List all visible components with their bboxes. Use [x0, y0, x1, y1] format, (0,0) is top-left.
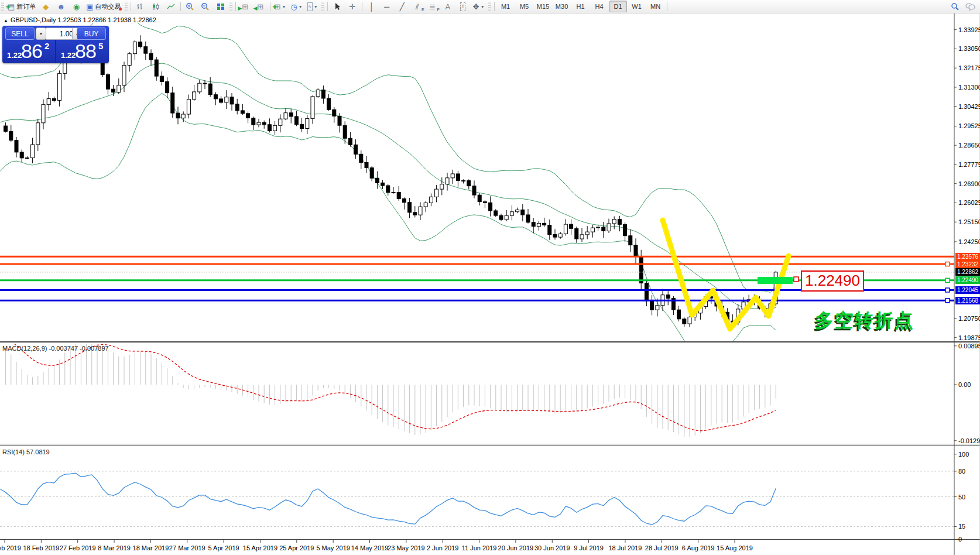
zoom-in-button[interactable] [183, 1, 197, 12]
svg-text:-0.012957: -0.012957 [958, 437, 980, 444]
text-tool-button[interactable]: A [441, 1, 455, 12]
chart-ohlc-title: ▲GBPUSD-,Daily 1.22503 1.22866 1.21938 1… [4, 16, 156, 23]
svg-text:18 Feb 2019: 18 Feb 2019 [23, 544, 59, 551]
timeframe-M1[interactable]: M1 [497, 1, 515, 12]
svg-text:30 Jun 2019: 30 Jun 2019 [534, 544, 570, 551]
timeframe-D1[interactable]: D1 [609, 1, 627, 12]
svg-text:1.31300: 1.31300 [958, 84, 980, 91]
svg-text:1.19875: 1.19875 [958, 334, 980, 341]
buy-button[interactable]: BUY [77, 28, 106, 40]
toolbar-grip[interactable] [1, 2, 4, 11]
new-order-button[interactable]: ▤✚ 新订单 [6, 1, 37, 12]
date-axis[interactable]: 8 Feb 201918 Feb 201927 Feb 20198 Mar 20… [0, 540, 753, 551]
tile-windows-button[interactable] [214, 1, 228, 12]
axis-label-1.23576: 1.23576 [955, 253, 980, 261]
trendline-tool-button[interactable]: ╱ [395, 1, 409, 12]
label-tool-button[interactable]: T [456, 1, 470, 12]
timeframe-bar: M1M5M15M30H1H4D1W1MN [496, 1, 665, 12]
chat-button[interactable] [963, 1, 977, 12]
crosshair-tool-button[interactable]: ✛ [345, 1, 359, 12]
timeframe-W1[interactable]: W1 [628, 1, 646, 12]
timeframe-MN[interactable]: MN [647, 1, 664, 12]
price-axis[interactable]: 1.339251.330501.321751.313001.304251.295… [954, 26, 980, 543]
collapse-triangle-icon[interactable]: ▲ [4, 18, 8, 23]
volume-decrease-button[interactable]: ▼ [36, 28, 46, 40]
current-price-label: 1.22862 [955, 268, 980, 276]
svg-text:14 May 2019: 14 May 2019 [351, 544, 389, 551]
auto-trading-button[interactable]: ▣ 自动交易 [84, 1, 122, 12]
chat-icon [965, 2, 975, 11]
line-chart-button[interactable] [164, 1, 178, 12]
timeframe-H4[interactable]: H4 [591, 1, 608, 12]
timeframe-M5[interactable]: M5 [516, 1, 533, 12]
bar-chart-icon [136, 3, 145, 11]
svg-text:18 Mar 2019: 18 Mar 2019 [133, 544, 169, 551]
bar-chart-button[interactable] [133, 1, 148, 12]
highlight-rectangle[interactable] [758, 277, 793, 284]
svg-text:15 Aug 2019: 15 Aug 2019 [717, 544, 753, 551]
cursor-icon [334, 2, 341, 11]
buy-price-big: 88 [75, 40, 96, 63]
new-chart-dropdown[interactable]: ⊞✚▼ [273, 1, 288, 12]
hline-handle-1.22045[interactable] [945, 288, 950, 292]
chart-profile-next-button[interactable]: ⊞▶ [238, 1, 252, 12]
search-button[interactable] [948, 1, 962, 12]
svg-text:1.29525: 1.29525 [958, 122, 980, 129]
axis-label-1.23232: 1.23232 [955, 261, 980, 268]
svg-text:27 Mar 2019: 27 Mar 2019 [169, 544, 205, 551]
svg-text:50: 50 [958, 494, 965, 501]
chart-profile-prev-button[interactable]: ⊞◀ [253, 1, 268, 12]
svg-text:1.24250: 1.24250 [958, 238, 980, 245]
timeframe-M30[interactable]: M30 [553, 1, 571, 12]
hline-tool-button[interactable]: ─ [380, 1, 394, 12]
buy-price-small: 1.22 [61, 51, 76, 60]
label-icon: T [460, 2, 466, 11]
sell-price-sup: 2 [44, 41, 49, 51]
svg-text:18 Jul 2019: 18 Jul 2019 [609, 544, 642, 551]
auto-trading-icon: ▣ [86, 3, 93, 11]
hline-handle-1.22490[interactable] [945, 278, 950, 282]
rsi-label: RSI(14) 57.0819 [2, 448, 50, 455]
svg-text:0: 0 [958, 536, 962, 543]
callout-anchor-square[interactable] [794, 277, 799, 282]
arrows-tool-dropdown[interactable]: ✥▼ [471, 1, 486, 12]
svg-text:1.32175: 1.32175 [958, 64, 980, 71]
signals-button[interactable]: ◉ [69, 1, 83, 12]
zoom-in-icon [186, 2, 194, 11]
svg-text:6 Aug 2019: 6 Aug 2019 [682, 544, 715, 551]
buy-price-area[interactable]: 1.22 88 5 [56, 40, 109, 63]
hline-handle-1.21568[interactable] [945, 299, 950, 303]
green-arrow-left-icon: ◀ [253, 5, 258, 11]
svg-text:1.25150: 1.25150 [958, 218, 980, 225]
timeframe-M15[interactable]: M15 [534, 1, 552, 12]
fibonacci-tool-button[interactable]: ≣F [426, 1, 440, 12]
sell-price-big: 86 [21, 40, 42, 63]
svg-text:1.33050: 1.33050 [958, 45, 980, 52]
svg-text:28 Jul 2019: 28 Jul 2019 [645, 544, 679, 551]
channel-tool-button[interactable]: ⫽E [410, 1, 424, 12]
svg-text:0.008954: 0.008954 [958, 342, 980, 350]
hline-handle-1.23232[interactable] [945, 262, 950, 266]
sell-button[interactable]: SELL [5, 28, 35, 40]
candlestick-chart-button[interactable] [149, 1, 163, 12]
arrows-icon: ✥ [473, 3, 479, 11]
fibonacci-icon: ≣ [429, 3, 436, 11]
vline-tool-button[interactable]: │ [365, 1, 379, 12]
svg-text:20 Jun 2019: 20 Jun 2019 [498, 544, 534, 551]
cursor-tool-button[interactable] [330, 1, 344, 12]
timeframe-H1[interactable]: H1 [572, 1, 590, 12]
sell-price-area[interactable]: 1.22 86 2 [2, 40, 56, 63]
template-dropdown[interactable]: ≈▼ [306, 1, 320, 12]
zigzag-drawing[interactable] [663, 220, 789, 329]
metaeditor-button[interactable]: ☻ [54, 1, 68, 12]
styles-button[interactable]: ◆ [39, 1, 53, 12]
toolbar: ▤✚ 新订单 ◆ ☻ ◉ ▣ 自动交易 ⊞▶ ⊞◀ ⊞✚▼ ◷▼ ≈▼ ✛ │ … [0, 0, 980, 13]
new-order-icon: ▤✚ [8, 3, 15, 11]
period-clock-dropdown[interactable]: ◷▼ [289, 1, 304, 12]
svg-text:1.33925: 1.33925 [958, 26, 980, 33]
template-icon: ≈ [307, 2, 313, 11]
svg-text:1.27775: 1.27775 [958, 161, 980, 168]
zoom-out-button[interactable] [198, 1, 213, 12]
price-callout-box[interactable]: 1.22490 [801, 270, 864, 292]
svg-text:25 Apr 2019: 25 Apr 2019 [279, 544, 314, 551]
